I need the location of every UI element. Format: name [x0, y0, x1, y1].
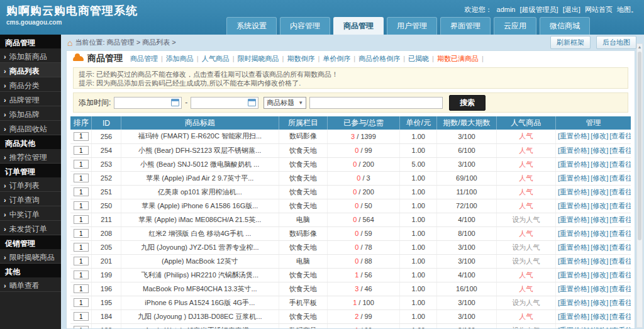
view-history-link[interactable]: [查看往期] — [609, 160, 631, 168]
sort-input[interactable] — [74, 326, 89, 329]
sidebar-item-0-3[interactable]: ›品牌管理 — [0, 92, 61, 106]
edit-link[interactable]: [修改] — [591, 216, 608, 223]
site-home-link[interactable]: 网站首页 — [585, 6, 613, 13]
module-link-7[interactable]: 已揭晓 — [408, 55, 429, 62]
sidebar-item-0-0[interactable]: ›添加新商品 — [0, 48, 61, 63]
module-link-8[interactable]: 期数已满商品 — [437, 55, 479, 62]
view-history-link[interactable]: [查看往期] — [609, 257, 631, 265]
reset-price-link[interactable]: [重置价格] — [558, 326, 589, 329]
sort-input[interactable] — [74, 201, 89, 210]
sort-input[interactable] — [74, 257, 89, 265]
sidebar-item-0-1[interactable]: ›商品列表 — [0, 63, 61, 77]
sidebar-item-2-2[interactable]: ›中奖订单 — [0, 206, 61, 221]
reset-price-link[interactable]: [重置价格] — [558, 285, 589, 293]
edit-link[interactable]: [修改] — [591, 174, 608, 182]
sort-input[interactable] — [74, 174, 89, 182]
sort-input[interactable] — [74, 187, 89, 196]
sort-input[interactable] — [74, 298, 89, 307]
calendar-icon[interactable] — [248, 99, 256, 106]
sort-input[interactable] — [74, 146, 89, 155]
reset-price-link[interactable]: [重置价格] — [558, 174, 589, 182]
reset-price-link[interactable]: [重置价格] — [558, 202, 589, 209]
set-hot-link[interactable]: 设为人气 — [512, 216, 540, 223]
scrollbar-thumb[interactable] — [638, 52, 641, 240]
date-from-input[interactable] — [114, 97, 182, 109]
module-link-3[interactable]: 限时揭晓商品 — [238, 55, 279, 62]
search-keyword-input[interactable] — [309, 97, 443, 109]
view-history-link[interactable]: [查看往期] — [609, 230, 631, 237]
edit-link[interactable]: [修改] — [591, 160, 608, 168]
module-link-1[interactable]: 添加商品 — [166, 55, 194, 62]
set-hot-link[interactable]: 设为人气 — [512, 257, 540, 265]
module-link-2[interactable]: 人气商品 — [202, 55, 230, 62]
sort-input[interactable] — [74, 312, 89, 321]
reset-price-link[interactable]: [重置价格] — [558, 257, 589, 265]
scrollbar[interactable]: ▲ — [636, 43, 643, 328]
edit-link[interactable]: [修改] — [591, 147, 608, 154]
tab-main-2[interactable]: 商品管理 — [333, 17, 384, 35]
edit-link[interactable]: [修改] — [591, 188, 608, 196]
edit-link[interactable]: [修改] — [591, 243, 608, 251]
sidebar-item-3-0[interactable]: ›限时揭晓商品 — [0, 249, 61, 264]
sitemap-link[interactable]: 地图。 — [617, 6, 638, 13]
sort-input[interactable] — [74, 215, 89, 224]
reset-price-link[interactable]: [重置价格] — [558, 147, 589, 154]
set-hot-link[interactable]: 设为人气 — [512, 326, 540, 329]
edit-link[interactable]: [修改] — [591, 230, 608, 237]
tab-main-6[interactable]: 微信商城 — [540, 17, 590, 35]
view-history-link[interactable]: [查看往期] — [609, 243, 631, 251]
reset-price-link[interactable]: [重置价格] — [558, 243, 589, 251]
edit-link[interactable]: [修改] — [591, 326, 608, 329]
reset-price-link[interactable]: [重置价格] — [558, 160, 589, 168]
reset-price-link[interactable]: [重置价格] — [558, 132, 589, 140]
sidebar-item-0-4[interactable]: ›添加品牌 — [0, 106, 61, 121]
sidebar-item-4-0[interactable]: ›晒单查看 — [0, 277, 61, 292]
module-link-6[interactable]: 商品价格倒序 — [358, 55, 400, 62]
view-history-link[interactable]: [查看往期] — [609, 313, 631, 320]
reset-price-link[interactable]: [重置价格] — [558, 188, 589, 196]
view-history-link[interactable]: [查看往期] — [609, 202, 631, 209]
sort-input[interactable] — [74, 243, 89, 252]
set-hot-link[interactable]: 设为人气 — [512, 299, 540, 306]
sidebar-item-2-3[interactable]: ›未发货订单 — [0, 221, 61, 235]
sidebar-item-0-2[interactable]: ›商品分类 — [0, 77, 61, 92]
module-link-4[interactable]: 期数倒序 — [287, 55, 314, 62]
reset-price-link[interactable]: [重置价格] — [558, 313, 589, 320]
view-history-link[interactable]: [查看往期] — [609, 271, 631, 279]
refresh-frame-button[interactable]: 刷新框架 — [550, 36, 591, 49]
view-history-link[interactable]: [查看往期] — [609, 188, 631, 196]
sort-input[interactable] — [74, 132, 89, 141]
reset-price-link[interactable]: [重置价格] — [558, 271, 589, 279]
tab-main-3[interactable]: 用户管理 — [387, 17, 437, 35]
search-field-select[interactable]: 商品标题 ▼ — [264, 97, 306, 109]
edit-link[interactable]: [修改] — [591, 132, 608, 140]
calendar-icon[interactable] — [171, 99, 179, 106]
reset-price-link[interactable]: [重置价格] — [558, 216, 589, 223]
reset-price-link[interactable]: [重置价格] — [558, 230, 589, 237]
sidebar-item-2-0[interactable]: ›订单列表 — [0, 177, 61, 192]
view-history-link[interactable]: [查看往期] — [609, 174, 631, 182]
sidebar-item-0-5[interactable]: ›商品回收站 — [0, 121, 61, 135]
edit-link[interactable]: [修改] — [591, 285, 608, 293]
search-button[interactable]: 搜索 — [449, 95, 486, 111]
sidebar-item-1-0[interactable]: ›推荐位管理 — [0, 149, 61, 164]
sort-input[interactable] — [74, 229, 89, 238]
sort-input[interactable] — [74, 284, 89, 293]
edit-link[interactable]: [修改] — [591, 299, 608, 306]
edit-link[interactable]: [修改] — [591, 271, 608, 279]
logout-link[interactable]: [退出] — [563, 6, 580, 13]
tab-main-5[interactable]: 云应用 — [494, 17, 536, 35]
edit-link[interactable]: [修改] — [591, 202, 608, 209]
tab-main-0[interactable]: 系统设置 — [226, 17, 277, 35]
sort-input[interactable] — [74, 160, 89, 169]
edit-link[interactable]: [修改] — [591, 313, 608, 320]
edit-link[interactable]: [修改] — [591, 257, 608, 265]
module-link-0[interactable]: 商品管理 — [130, 55, 158, 62]
scroll-up-icon[interactable]: ▲ — [637, 44, 642, 50]
view-history-link[interactable]: [查看往期] — [609, 216, 631, 223]
date-to-input[interactable] — [191, 97, 258, 109]
view-history-link[interactable]: [查看往期] — [609, 299, 631, 306]
module-link-5[interactable]: 单价倒序 — [323, 55, 350, 62]
view-history-link[interactable]: [查看往期] — [609, 147, 631, 154]
sidebar-item-2-1[interactable]: ›订单查询 — [0, 192, 61, 206]
